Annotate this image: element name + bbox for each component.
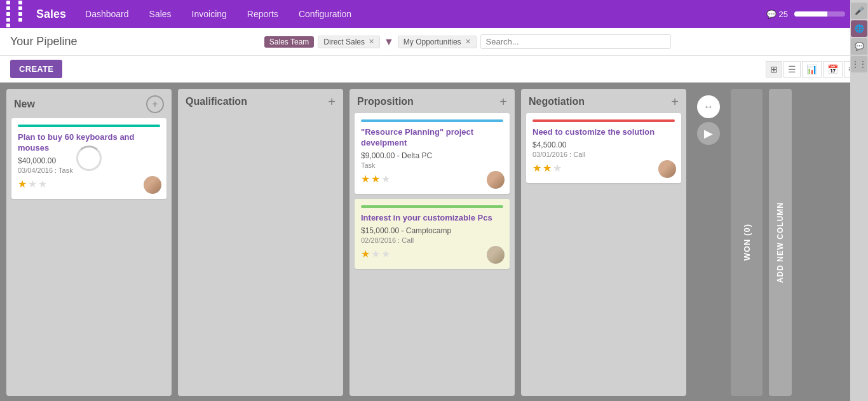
card-stars: ★ ★ ★ bbox=[532, 162, 675, 174]
right-panel-icon-3[interactable]: 💬 bbox=[851, 38, 867, 55]
chat-badge[interactable]: 💬 25 bbox=[766, 10, 788, 19]
scroll-left-button[interactable]: ↔ bbox=[697, 95, 720, 118]
progress-bar bbox=[794, 11, 845, 17]
star-2[interactable]: ★ bbox=[371, 248, 380, 260]
toolbar: CREATE ⊞ ☰ 📊 📅 ≡ bbox=[0, 56, 868, 83]
chat-icon: 💬 bbox=[766, 10, 776, 19]
column-qualification-cards bbox=[178, 113, 343, 118]
star-3[interactable]: ★ bbox=[38, 178, 47, 190]
star-1[interactable]: ★ bbox=[532, 162, 541, 174]
filter-tag-my-opportunities[interactable]: My Opportunities ✕ bbox=[398, 36, 477, 48]
column-proposition: Proposition + "Resource Planning" projec… bbox=[349, 89, 515, 396]
star-2[interactable]: ★ bbox=[543, 162, 552, 174]
nav-sales[interactable]: Sales bbox=[146, 6, 175, 22]
column-negotiation-add-button[interactable]: + bbox=[671, 95, 679, 108]
star-3[interactable]: ★ bbox=[553, 162, 562, 174]
card-meta: 03/01/2016 : Call bbox=[532, 151, 675, 158]
column-proposition-title: Proposition bbox=[357, 96, 414, 107]
filter-team-label: Sales Team bbox=[269, 37, 309, 46]
column-proposition-cards: "Resource Planning" project develpment $… bbox=[349, 113, 515, 274]
right-panel-icon-2[interactable]: 🌐 bbox=[851, 20, 867, 37]
nav-configuration[interactable]: Configuration bbox=[295, 6, 355, 22]
card-title: "Resource Planning" project develpment bbox=[361, 127, 503, 149]
sub-header: Your Pipeline Sales Team Direct Sales ✕ … bbox=[0, 28, 868, 56]
card-title: Need to customize the solution bbox=[532, 127, 675, 138]
filter-close-opportunities[interactable]: ✕ bbox=[465, 37, 471, 46]
top-right-actions: 💬 25 ⏻ bbox=[766, 8, 862, 20]
card-stars: ★ ★ ★ bbox=[361, 248, 503, 260]
kanban-view-button[interactable]: ⊞ bbox=[766, 61, 782, 78]
card-bar bbox=[532, 119, 675, 122]
column-negotiation-title: Negotiation bbox=[529, 96, 585, 107]
star-1[interactable]: ★ bbox=[361, 248, 370, 260]
column-new-add-button[interactable]: + bbox=[146, 95, 164, 113]
filter-close-direct-sales[interactable]: ✕ bbox=[369, 37, 374, 46]
view-switcher: ⊞ ☰ 📊 📅 ≡ bbox=[766, 61, 858, 78]
card-amount: $15,000.00 - Camptocamp bbox=[361, 226, 503, 235]
card-bar bbox=[18, 125, 160, 127]
avatar-image bbox=[487, 246, 505, 264]
filter-bar: Sales Team Direct Sales ✕ ▼ My Opportuni… bbox=[77, 34, 858, 49]
right-panel-icon-4[interactable]: ⋮⋮ bbox=[851, 56, 867, 72]
avatar-image bbox=[658, 160, 676, 178]
list-view-button[interactable]: ☰ bbox=[783, 61, 801, 78]
star-2[interactable]: ★ bbox=[28, 178, 37, 190]
card-title: Interest in your customizable Pcs bbox=[361, 213, 503, 224]
column-qualification-header: Qualification + bbox=[178, 89, 343, 113]
card-avatar bbox=[487, 246, 505, 264]
calendar-view-button[interactable]: 📅 bbox=[823, 61, 843, 78]
column-won[interactable]: WON (0) bbox=[731, 89, 763, 396]
chat-count: 25 bbox=[779, 10, 788, 19]
chart-view-button[interactable]: 📊 bbox=[802, 61, 822, 78]
won-label: WON (0) bbox=[742, 224, 752, 261]
column-proposition-add-button[interactable]: + bbox=[499, 95, 507, 108]
column-negotiation: Negotiation + Need to customize the solu… bbox=[521, 89, 686, 396]
kanban-card-2[interactable]: "Resource Planning" project develpment $… bbox=[355, 113, 510, 194]
col-controls: ↔ ▶ bbox=[693, 89, 724, 396]
filter-opp-label: My Opportunities bbox=[403, 37, 461, 46]
kanban-card-3[interactable]: Interest in your customizable Pcs $15,00… bbox=[355, 199, 510, 269]
nav-reports[interactable]: Reports bbox=[243, 6, 282, 22]
app-name: Sales bbox=[36, 8, 66, 21]
card-avatar bbox=[487, 171, 505, 189]
column-qualification-title: Qualification bbox=[186, 96, 247, 107]
star-3[interactable]: ★ bbox=[381, 173, 390, 185]
nav-dashboard[interactable]: Dashboard bbox=[81, 6, 133, 22]
create-button[interactable]: CREATE bbox=[10, 60, 62, 78]
search-input[interactable] bbox=[486, 37, 593, 46]
avatar-image bbox=[487, 171, 505, 189]
card-avatar bbox=[658, 160, 676, 178]
search-container bbox=[480, 34, 671, 49]
card-stars: ★ ★ ★ bbox=[18, 178, 160, 190]
card-spinner bbox=[76, 146, 102, 171]
card-stars: ★ ★ ★ bbox=[361, 173, 503, 185]
kanban-card-4[interactable]: Need to customize the solution $4,500.00… bbox=[526, 113, 681, 183]
kanban-card-1[interactable]: Plan to buy 60 keyboards and mouses $40,… bbox=[11, 118, 166, 199]
star-1[interactable]: ★ bbox=[361, 173, 370, 185]
column-proposition-header: Proposition + bbox=[349, 89, 515, 113]
add-column-label: ADD NEW COLUMN bbox=[776, 202, 785, 283]
nav-invoicing[interactable]: Invoicing bbox=[188, 6, 231, 22]
forward-button[interactable]: ▶ bbox=[697, 122, 720, 145]
star-2[interactable]: ★ bbox=[371, 173, 380, 185]
column-qualification-add-button[interactable]: + bbox=[328, 95, 336, 108]
right-panel-icon-1[interactable]: 🎤 bbox=[851, 3, 867, 19]
app-grid-menu[interactable] bbox=[6, 1, 29, 27]
column-new-cards: Plan to buy 60 keyboards and mouses $40,… bbox=[6, 118, 172, 204]
star-1[interactable]: ★ bbox=[18, 178, 27, 190]
column-new-header: New + bbox=[6, 89, 172, 118]
filter-funnel-icon[interactable]: ▼ bbox=[384, 36, 394, 48]
col-nav-buttons: ↔ bbox=[697, 89, 720, 122]
filter-tag-direct-sales[interactable]: Direct Sales ✕ bbox=[318, 36, 380, 48]
filter-tag-team[interactable]: Sales Team bbox=[264, 36, 314, 48]
card-bar bbox=[361, 205, 503, 208]
kanban-area: New + Plan to buy 60 keyboards and mouse… bbox=[0, 83, 868, 401]
card-meta: Task bbox=[361, 161, 503, 169]
card-amount: $4,500.00 bbox=[532, 140, 675, 149]
star-3[interactable]: ★ bbox=[381, 248, 390, 260]
top-navigation: Sales Dashboard Sales Invoicing Reports … bbox=[0, 0, 868, 28]
column-negotiation-header: Negotiation + bbox=[521, 89, 686, 113]
add-new-column-button[interactable]: ADD NEW COLUMN bbox=[769, 89, 792, 396]
card-amount: $9,000.00 - Delta PC bbox=[361, 151, 503, 160]
column-negotiation-cards: Need to customize the solution $4,500.00… bbox=[521, 113, 686, 188]
